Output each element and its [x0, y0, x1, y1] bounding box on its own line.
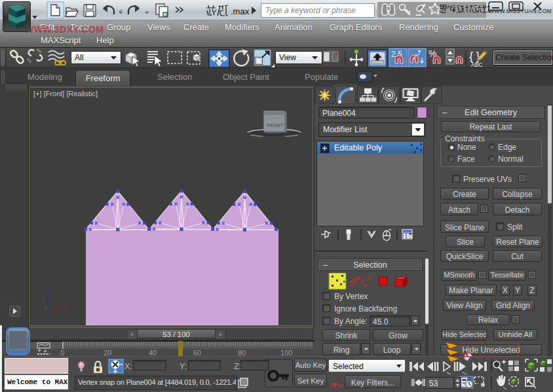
svg-text:{ }: { } [469, 49, 480, 63]
svg-text:.max: .max [231, 7, 250, 16]
svg-text:y: y [45, 304, 48, 310]
svg-text:z: z [46, 287, 48, 293]
svg-text:x: x [64, 304, 66, 310]
svg-text:X:: X: [124, 362, 132, 371]
svg-text:WWW.MISSYUAN.COM: WWW.MISSYUAN.COM [489, 8, 552, 14]
svg-text:FRONT: FRONT [267, 122, 284, 128]
svg-text:Y:: Y: [180, 362, 187, 371]
